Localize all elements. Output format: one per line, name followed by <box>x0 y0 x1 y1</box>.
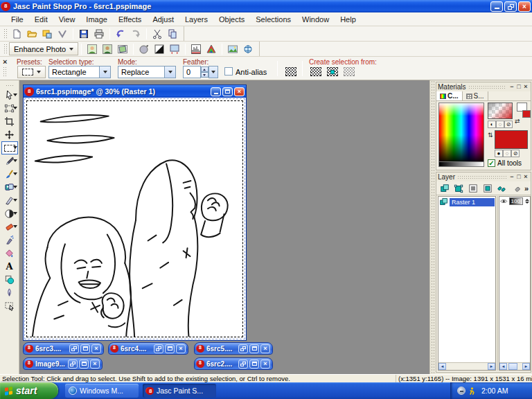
layer-list-hscrollbar[interactable]: ◄ ► <box>438 362 495 370</box>
restore-button[interactable] <box>238 344 248 353</box>
fg-texture-button[interactable]: ◌ <box>496 121 504 128</box>
canvas-body[interactable] <box>24 98 246 340</box>
palette-grip[interactable] <box>6 85 14 87</box>
menu-adjust[interactable]: Adjust <box>147 14 179 25</box>
options-close-button[interactable]: × <box>3 58 7 65</box>
bg-style-button[interactable]: ● <box>495 150 503 157</box>
gamut-adjust-button[interactable] <box>240 42 256 55</box>
restore-button[interactable] <box>504 1 517 12</box>
tool-object-selector[interactable] <box>1 299 18 312</box>
tool-pan[interactable] <box>1 89 18 102</box>
panel-maximize-button[interactable]: □ <box>515 173 522 181</box>
panel-minimize-button[interactable]: − <box>508 173 515 181</box>
all-tools-checkbox[interactable]: ✓ <box>488 159 495 167</box>
layer-row[interactable]: Raster 1 <box>438 197 495 207</box>
tool-selection[interactable] <box>1 141 18 154</box>
custom-selection-button[interactable] <box>284 66 298 78</box>
tool-crop[interactable] <box>1 115 18 128</box>
restore-button[interactable] <box>68 360 78 369</box>
maximize-button[interactable] <box>79 360 89 369</box>
tool-pen[interactable] <box>1 286 18 299</box>
menu-effects[interactable]: Effects <box>113 14 147 25</box>
scroll-left-button[interactable]: ◄ <box>438 363 446 370</box>
tray-messenger-icon[interactable] <box>468 387 476 396</box>
close-button[interactable]: × <box>260 344 270 353</box>
layer-pane-splitter[interactable] <box>497 196 498 371</box>
tool-dodge[interactable] <box>1 207 18 220</box>
menu-objects[interactable]: Objects <box>213 14 250 25</box>
tool-deform[interactable] <box>1 102 18 115</box>
tab-colors[interactable]: C... <box>436 91 463 100</box>
photo-fix-button[interactable] <box>225 42 240 55</box>
minimized-window-6src3[interactable]: 6src3.... × <box>23 342 104 355</box>
background-material-swatch[interactable] <box>495 130 528 149</box>
restore-button[interactable] <box>154 344 163 353</box>
opacity-spinner[interactable] <box>525 199 529 204</box>
close-button[interactable]: × <box>518 1 531 12</box>
maximize-button[interactable] <box>249 360 259 369</box>
new-button[interactable] <box>9 27 24 40</box>
taskbar-task-paint-shop[interactable]: Jasc Paint S... <box>143 384 216 398</box>
menu-edit[interactable]: Edit <box>29 14 53 25</box>
layer-opacity[interactable]: 100 <box>509 197 524 205</box>
materials-header[interactable]: Materials − □ × <box>436 82 531 91</box>
perspective-correction-button[interactable] <box>167 42 182 55</box>
dock-grip[interactable] <box>431 80 435 374</box>
panel-maximize-button[interactable]: □ <box>515 83 522 91</box>
tool-airbrush[interactable] <box>1 233 18 247</box>
scroll-left-button[interactable]: ◄ <box>499 363 507 370</box>
panel-drag-handle[interactable] <box>457 175 506 179</box>
minimized-window-6src4[interactable]: 6src4.... × <box>108 342 188 355</box>
minimized-window-image9[interactable]: Image9... × <box>23 357 103 370</box>
tool-move[interactable] <box>1 128 18 141</box>
enhance-photo-dropdown[interactable]: Enhance Photo <box>9 42 78 55</box>
tab-swatches[interactable]: S... <box>463 91 488 100</box>
mode-select[interactable]: Replace <box>118 66 176 78</box>
panel-drag-handle[interactable] <box>468 85 506 89</box>
black-white-points-button[interactable] <box>152 42 167 55</box>
start-button[interactable]: start <box>0 382 58 399</box>
close-button[interactable]: × <box>90 360 100 369</box>
new-raster-layer-button[interactable] <box>438 182 451 194</box>
toolbar-grip[interactable] <box>3 44 7 54</box>
close-button[interactable]: × <box>260 360 270 369</box>
menu-selections[interactable]: Selections <box>250 14 296 25</box>
bg-texture-button[interactable]: ◌ <box>503 150 511 157</box>
scroll-right-button[interactable]: ► <box>522 363 530 370</box>
feather-input[interactable]: 0 <box>183 66 201 78</box>
antialias-checkbox[interactable] <box>224 67 233 76</box>
new-mask-layer-button[interactable] <box>467 182 479 194</box>
color-balance-button[interactable] <box>204 42 219 55</box>
minimized-window-6src2[interactable]: 6src2.... × <box>194 357 273 370</box>
new-adjustment-layer-button[interactable] <box>481 182 494 194</box>
restore-button[interactable] <box>238 360 248 369</box>
menu-layers[interactable]: Layers <box>179 14 213 25</box>
maximize-button[interactable] <box>80 344 90 353</box>
restore-button[interactable] <box>69 344 79 353</box>
link-layers-button[interactable] <box>496 182 508 194</box>
fg-style-button[interactable]: ◐ <box>488 121 496 128</box>
copy-button[interactable] <box>165 27 180 40</box>
browse-button[interactable] <box>39 27 55 40</box>
menu-image[interactable]: Image <box>80 14 113 25</box>
tool-preset-shapes[interactable] <box>1 273 18 286</box>
tool-flood-fill[interactable] <box>1 247 18 260</box>
open-button[interactable] <box>24 27 39 40</box>
options-grip[interactable] <box>3 66 6 78</box>
tool-dropper[interactable] <box>1 154 18 168</box>
scrollbar-thumb[interactable] <box>508 363 517 370</box>
minimized-window-6src5[interactable]: 6src5.... × <box>194 342 273 355</box>
color-spectrum[interactable] <box>438 103 484 167</box>
canvas-titlebar[interactable]: 6src1.pspimage* @ 30% (Raster 1) × <box>24 85 246 98</box>
tool-paint-brush[interactable] <box>1 168 18 181</box>
enhance-portrait-dark-button[interactable] <box>100 42 115 55</box>
tool-eraser[interactable] <box>1 220 18 233</box>
panel-close-button[interactable]: × <box>522 173 529 181</box>
histogram-adjustment-button[interactable] <box>188 42 204 55</box>
menu-file[interactable]: File <box>6 14 29 25</box>
bg-transparent-button[interactable]: ⊘ <box>511 150 520 157</box>
menu-window[interactable]: Window <box>296 14 335 25</box>
undo-button[interactable] <box>113 27 128 40</box>
layer-toolbar-overflow-button[interactable]: » <box>524 184 529 193</box>
toolbar-grip[interactable] <box>3 28 7 39</box>
